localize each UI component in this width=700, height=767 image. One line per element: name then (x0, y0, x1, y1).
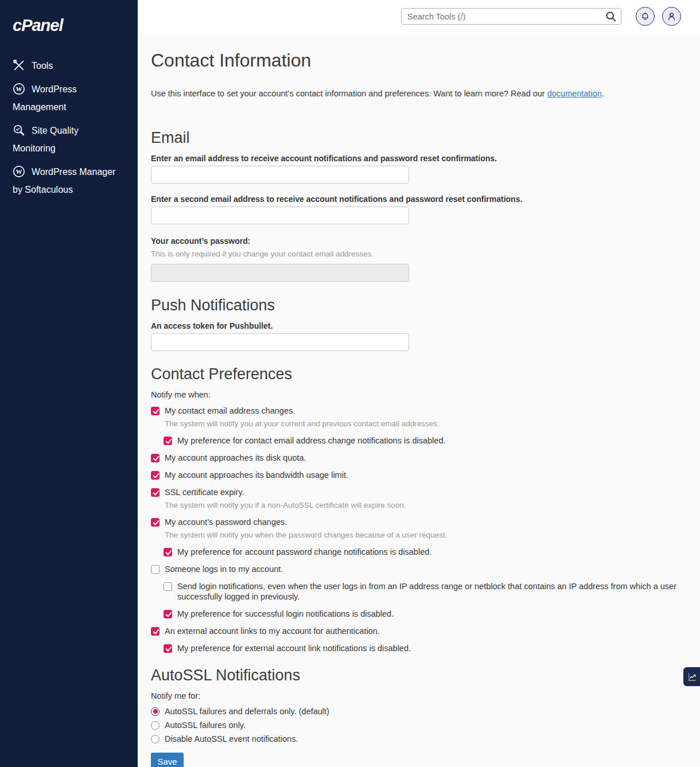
preference-label: My contact email address changes. (165, 406, 295, 416)
intro-prefix: Use this interface to set your account’s… (151, 89, 547, 98)
secondary-email-input[interactable] (151, 207, 409, 224)
intro-suffix: . (602, 89, 604, 98)
preference-row[interactable]: Send login notifications, even when the … (164, 581, 679, 602)
checkbox-checked[interactable] (151, 454, 160, 462)
primary-email-input[interactable] (151, 166, 409, 184)
autossl-option-row[interactable]: AutoSSL failures and deferrals only. (de… (151, 706, 679, 717)
radio-unselected[interactable] (151, 735, 160, 743)
preference-label: My preference for account password chang… (177, 547, 431, 557)
notify-me-when-label: Notify me when: (151, 390, 679, 400)
preference-row[interactable]: My preference for successful login notif… (164, 609, 679, 619)
checkbox-checked[interactable] (151, 518, 160, 527)
autossl-option-label: AutoSSL failures and deferrals only. (de… (165, 706, 329, 717)
checkbox-checked[interactable] (164, 437, 172, 445)
password-help-text: This is only required if you change your… (151, 249, 679, 259)
pushbullet-token-input[interactable] (151, 333, 409, 351)
preference-row[interactable]: My account approaches its bandwidth usag… (151, 470, 679, 480)
save-button[interactable]: Save (151, 753, 184, 767)
checkbox-unchecked[interactable] (164, 582, 172, 591)
autossl-options-list: AutoSSL failures and deferrals only. (de… (151, 706, 679, 744)
checkbox-checked[interactable] (151, 488, 160, 497)
analytics-chart-icon (687, 672, 697, 682)
sidebar-item-site-quality-monitoring[interactable]: Site Quality Monitoring (13, 122, 117, 157)
sidebar: cPanel Tools W WordPress Management Site… (0, 0, 138, 767)
preference-row[interactable]: My contact email address changes. (151, 406, 679, 416)
autossl-option-label: Disable AutoSSL event notifications. (165, 734, 298, 744)
search-container (401, 8, 621, 25)
radio-selected[interactable] (151, 707, 160, 716)
autossl-option-label: AutoSSL failures only. (165, 720, 246, 730)
analytics-tab-button[interactable] (683, 667, 700, 686)
preference-help-text: The system will notify you at your curre… (165, 419, 679, 429)
documentation-link[interactable]: documentation (547, 89, 602, 98)
preference-label: My account approaches its bandwidth usag… (165, 470, 348, 480)
search-icon[interactable] (605, 10, 617, 22)
radio-unselected[interactable] (151, 721, 160, 730)
preference-label: My preference for external account link … (177, 643, 411, 653)
checkbox-checked[interactable] (164, 548, 172, 556)
checkbox-checked[interactable] (151, 627, 160, 636)
top-header (138, 0, 700, 33)
wordpress-icon: W (13, 83, 25, 95)
autossl-option-row[interactable]: Disable AutoSSL event notifications. (151, 734, 679, 744)
checkbox-unchecked[interactable] (151, 565, 160, 574)
password-input (151, 264, 409, 282)
checkbox-checked[interactable] (164, 644, 172, 653)
search-input[interactable] (401, 8, 621, 25)
notifications-button[interactable] (636, 7, 655, 26)
checkbox-checked[interactable] (164, 610, 172, 618)
preferences-list: My contact email address changes.The sys… (151, 406, 679, 653)
svg-text:W: W (16, 85, 22, 92)
bell-icon (640, 11, 650, 21)
preference-row[interactable]: Someone logs in to my account. (151, 564, 679, 574)
autossl-option-row[interactable]: AutoSSL failures only. (151, 720, 679, 730)
pushbullet-token-label: An access token for Pushbullet. (151, 321, 679, 331)
contact-preferences-heading: Contact Preferences (151, 364, 679, 384)
email-section-heading: Email (151, 127, 679, 148)
preference-help-text: The system will notify you if a non-Auto… (165, 501, 679, 510)
push-section-heading: Push Notifications (151, 295, 679, 316)
tools-icon (13, 59, 25, 72)
primary-email-label: Enter an email address to receive accoun… (151, 153, 679, 163)
preference-label: An external account links to my account … (165, 626, 380, 636)
preference-label: Send login notifications, even when the … (177, 581, 679, 602)
cpanel-logo[interactable]: cPanel (13, 16, 125, 35)
sidebar-item-wordpress-manager[interactable]: W WordPress Manager by Softaculous (13, 163, 117, 198)
site-quality-icon (13, 124, 25, 137)
preference-label: My preference for contact email address … (177, 435, 445, 446)
preference-label: Someone logs in to my account. (165, 564, 283, 574)
preference-row[interactable]: My preference for contact email address … (164, 435, 679, 446)
preference-help-text: The system will notify you when the pass… (165, 531, 679, 540)
preference-row[interactable]: My account approaches its disk quota. (151, 453, 679, 463)
checkbox-checked[interactable] (151, 407, 160, 415)
notify-me-for-label: Notify me for: (151, 691, 679, 701)
preference-row[interactable]: My preference for account password chang… (164, 547, 679, 557)
secondary-email-label: Enter a second email address to receive … (151, 194, 679, 204)
sidebar-item-tools[interactable]: Tools (13, 57, 117, 75)
preference-label: My account approaches its disk quota. (165, 453, 306, 463)
preference-label: My preference for successful login notif… (177, 609, 394, 619)
wordpress-icon: W (13, 165, 25, 178)
page-title: Contact Information (151, 49, 679, 71)
preference-label: SSL certificate expiry. (165, 487, 244, 497)
preference-label: My account’s password changes. (165, 517, 287, 527)
svg-text:W: W (16, 168, 22, 175)
user-button[interactable] (662, 7, 681, 26)
main-area: Contact Information Use this interface t… (138, 0, 700, 767)
user-icon (667, 11, 676, 21)
sidebar-item-label: WordPress Manager by Softaculous (13, 167, 115, 194)
sidebar-item-wordpress-management[interactable]: W WordPress Management (13, 80, 117, 116)
preference-row[interactable]: SSL certificate expiry. (151, 487, 679, 497)
sidebar-item-label: Tools (32, 61, 53, 71)
password-label: Your account’s password: (151, 236, 679, 246)
intro-text: Use this interface to set your account’s… (151, 88, 679, 99)
preference-row[interactable]: My preference for external account link … (164, 643, 679, 653)
checkbox-checked[interactable] (151, 471, 160, 480)
content: Contact Information Use this interface t… (138, 49, 700, 767)
preference-row[interactable]: My account’s password changes. (151, 517, 679, 527)
autossl-heading: AutoSSL Notifications (151, 665, 679, 686)
preference-row[interactable]: An external account links to my account … (151, 626, 679, 636)
